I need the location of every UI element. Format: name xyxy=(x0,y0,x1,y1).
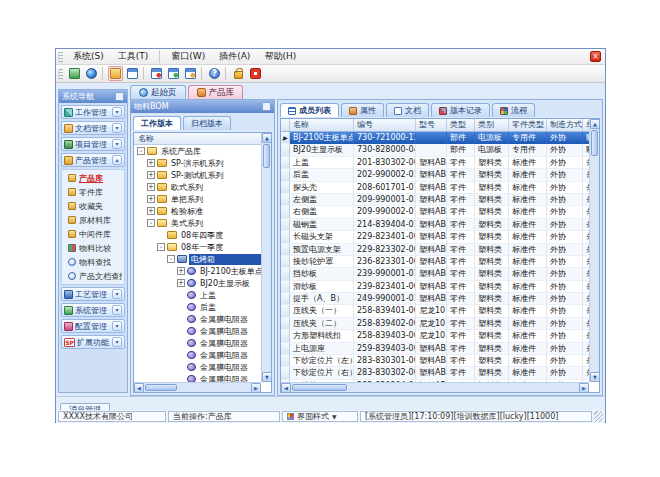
table-vertical-scrollbar[interactable]: ▲ ▼ xyxy=(589,119,599,382)
menu-item[interactable]: 系统(S) xyxy=(66,49,111,64)
table-row[interactable]: ▶ 提手（A、B） 249-990001-01I 塑料ABS 零件 塑料类 标准… xyxy=(281,293,589,305)
row-selector-cell[interactable]: ▶ xyxy=(281,343,290,355)
tree-expander-icon[interactable]: + xyxy=(147,159,155,167)
document-tab[interactable]: 起始页 xyxy=(130,85,186,99)
table-row[interactable]: ▶ 接纱轮护罩 236-823301-00I 塑料ABS 零件 塑料类 标准件 … xyxy=(281,256,589,268)
scroll-right-icon[interactable]: ▶ xyxy=(579,383,589,393)
scroll-left-icon[interactable]: ◀ xyxy=(281,383,291,393)
tree-column-header[interactable]: 名称 xyxy=(134,133,261,145)
table-row[interactable]: ▶ BJ20主显示板 730-828000-04I 部件 电源板 专用件 外协 … xyxy=(281,144,589,156)
tree-item[interactable]: 金属膜电阻器 xyxy=(134,349,261,361)
help-icon[interactable] xyxy=(207,66,222,81)
row-selector-cell[interactable]: ▶ xyxy=(281,157,290,169)
scroll-up-icon[interactable]: ▲ xyxy=(590,119,600,129)
row-selector-cell[interactable]: ▶ xyxy=(281,256,290,268)
row-selector-cell[interactable]: ▶ xyxy=(281,169,290,181)
menu-item[interactable]: 工具(T) xyxy=(111,49,156,64)
tree-item[interactable]: + BJ-2100主板单点 xyxy=(134,265,261,277)
sidebar-item[interactable]: 原材料库 xyxy=(62,213,124,227)
sidebar-item[interactable]: 中间件库 xyxy=(62,227,124,241)
sidebar-item[interactable]: 零件库 xyxy=(62,185,124,199)
ui-style-dropdown[interactable]: 界面样式 ▼ xyxy=(282,411,358,422)
sidebar-group-button[interactable]: 文档管理 xyxy=(61,121,125,135)
tree-item[interactable]: 金属膜电阻器 xyxy=(134,325,261,337)
scroll-up-icon[interactable]: ▲ xyxy=(262,133,272,143)
tree-expander-icon[interactable]: + xyxy=(147,195,155,203)
row-selector-cell[interactable]: ▶ xyxy=(281,293,290,305)
panel-tab[interactable]: 文档 xyxy=(386,103,429,117)
toolbar-grip-handle[interactable] xyxy=(58,69,63,79)
sidebar-item[interactable]: 收藏夹 xyxy=(62,199,124,213)
tree-item[interactable]: 08年四季度 xyxy=(134,229,261,241)
document-tab[interactable]: 产品库 xyxy=(188,85,244,99)
menu-item[interactable]: 插件(A) xyxy=(212,49,257,64)
table-row[interactable]: ▶ 下纱定位片（左） 283-830301-00I 塑料ABS 零件 塑料类 标… xyxy=(281,355,589,367)
table-row[interactable]: ▶ 滑纱板 239-823401-00I 塑料ABS 零件 塑料类 标准件 外协… xyxy=(281,281,589,293)
tree-item[interactable]: 后盖 xyxy=(134,301,261,313)
panel-tab[interactable]: 版本记录 xyxy=(431,103,490,117)
table-row[interactable]: ▶ 上电源座 259-839403-00I 塑料ABS 零件 塑料类 标准件 外… xyxy=(281,343,589,355)
chevron-down-icon[interactable] xyxy=(112,123,122,133)
row-selector-cell[interactable]: ▶ xyxy=(281,194,290,206)
tree-expander-icon[interactable]: - xyxy=(157,243,165,251)
globe-icon[interactable] xyxy=(84,66,99,81)
tree-item[interactable]: + 检验标准 xyxy=(134,205,261,217)
row-selector-cell[interactable]: ▶ xyxy=(281,206,290,218)
tree-item[interactable]: + 欧式系列 xyxy=(134,181,261,193)
table-row[interactable]: ▶ 探头壳 208-601701-01I 塑料ABS 零件 塑料类 标准件 外协… xyxy=(281,182,589,194)
row-selector-cell[interactable]: ▶ xyxy=(281,144,290,156)
row-selector-cell[interactable]: ▶ xyxy=(281,281,290,293)
row-selector-cell[interactable]: ▶ xyxy=(281,330,290,342)
table-row[interactable]: ▶ 下纱定位片（右） 283-830302-00I 塑料ABS 零件 塑料类 标… xyxy=(281,367,589,379)
tree-item[interactable]: + BJ20主显示板 xyxy=(134,277,261,289)
sidebar-item[interactable]: 产品文档查找 xyxy=(62,269,124,283)
tree-expander-icon[interactable]: - xyxy=(137,147,145,155)
tree-item[interactable]: 金属膜电阻器 xyxy=(134,313,261,325)
column-header[interactable]: 型号 xyxy=(416,119,447,132)
window-icon[interactable] xyxy=(125,66,140,81)
table-row[interactable]: ▶ 方形塑料线扣 258-839403-00I 尼龙1010 零件 塑料类 标准… xyxy=(281,330,589,342)
pin-icon[interactable] xyxy=(262,102,271,111)
table-row[interactable]: ▶ 挡纱板 239-990001-01I 塑料ABS 零件 塑料类 标准件 外协… xyxy=(281,268,589,280)
sidebar-group-button[interactable]: 产品管理 xyxy=(61,153,125,167)
tree-item[interactable]: + 单把系列 xyxy=(134,193,261,205)
tree-item[interactable]: + SP-演示机系列 xyxy=(134,157,261,169)
tree-vertical-scrollbar[interactable]: ▲ ▼ xyxy=(261,133,271,382)
column-header[interactable]: 名称 xyxy=(290,119,354,132)
chevron-up-icon[interactable] xyxy=(112,155,122,165)
menu-item[interactable]: 窗口(W) xyxy=(164,49,212,64)
sidebar-group-button[interactable]: 系统管理 xyxy=(61,303,125,317)
panel-tab[interactable]: 流程 xyxy=(492,103,535,117)
scrollbar-thumb[interactable] xyxy=(263,144,270,168)
tree-expander-icon[interactable]: + xyxy=(177,279,185,287)
tree-item[interactable]: - 电烤箱 xyxy=(134,253,261,265)
pin-icon[interactable] xyxy=(115,92,124,101)
table-row[interactable]: ▶ BJ-2100主板单点 730-721000-12I 部件 电源板 专用件 … xyxy=(281,132,589,144)
sidebar-group-button[interactable]: SP 扩展功能 xyxy=(61,335,125,349)
table-row[interactable]: ▶ 预置电源支架 229-823302-00I 塑料ABS 零件 塑料类 标准件… xyxy=(281,244,589,256)
tree-expander-icon[interactable]: + xyxy=(147,171,155,179)
tree-horizontal-scrollbar[interactable]: ◀ ▶ xyxy=(134,382,261,392)
menu-grip-handle[interactable] xyxy=(58,52,63,62)
tree-expander-icon[interactable]: + xyxy=(177,267,185,275)
sidebar-group-button[interactable]: 工艺管理 xyxy=(61,287,125,301)
lock-icon[interactable] xyxy=(231,66,246,81)
column-header[interactable]: 制造方式 xyxy=(547,119,583,132)
system-monitor-icon[interactable] xyxy=(67,66,82,81)
table-row[interactable]: ▶ 右侧盖 209-990002-01I 塑料ABS 零件 塑料类 标准件 外协… xyxy=(281,206,589,218)
row-selector-cell[interactable]: ▶ xyxy=(281,132,290,144)
chevron-down-icon[interactable] xyxy=(112,337,122,347)
scroll-right-icon[interactable]: ▶ xyxy=(251,383,261,393)
chevron-down-icon[interactable] xyxy=(112,321,122,331)
sidebar-group-button[interactable]: 项目管理 xyxy=(61,137,125,151)
row-selector-cell[interactable]: ▶ xyxy=(281,367,290,379)
table-row[interactable]: ▶ 磁钢盖 214-839404-01I 塑料ABS 零件 塑料类 标准件 外协… xyxy=(281,219,589,231)
row-selector-cell[interactable]: ▶ xyxy=(281,182,290,194)
tree-item[interactable]: + SP-测试机系列 xyxy=(134,169,261,181)
column-header[interactable]: 编号 xyxy=(354,119,416,132)
resize-grip[interactable] xyxy=(594,411,603,422)
tree-item[interactable]: - 系统产品库 xyxy=(134,145,261,157)
sidebar-item[interactable]: 物料查找 xyxy=(62,255,124,269)
tree-item[interactable]: 金属膜电阻器 xyxy=(134,337,261,349)
tree-item[interactable]: - 08年一季度 xyxy=(134,241,261,253)
